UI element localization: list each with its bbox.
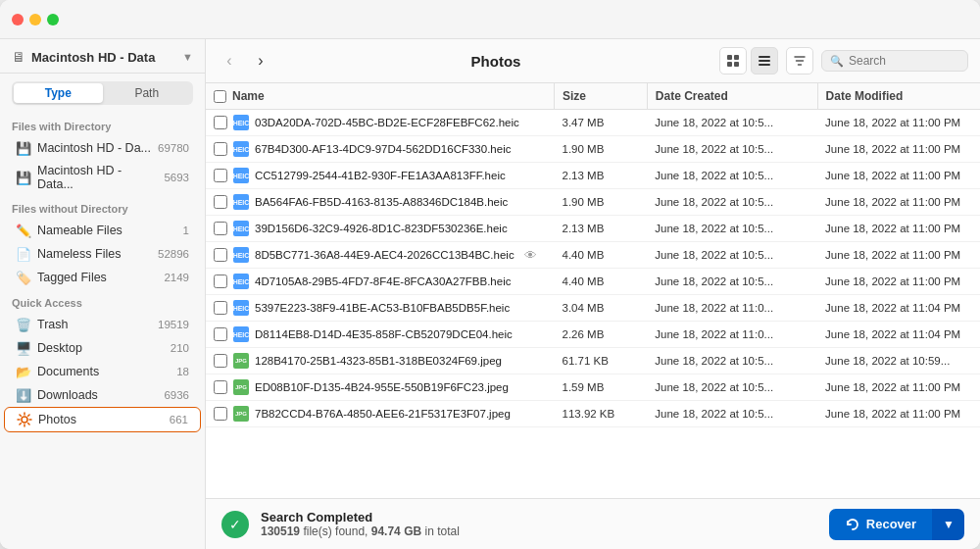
trash-icon: 🗑️ (16, 317, 31, 332)
path-toggle-button[interactable]: Path (103, 83, 192, 103)
file-checkbox[interactable] (214, 248, 227, 262)
drive-icon: 💾 (16, 140, 31, 156)
file-checkbox[interactable] (214, 327, 227, 341)
file-row-name: JPG 7B82CCD4-B76A-4850-AEE6-21F5317E3F07… (214, 406, 547, 422)
file-name: 67B4D300-AF13-4DC9-97D4-562DD16CF330.hei… (255, 143, 511, 155)
recover-dropdown-button[interactable]: ▼ (932, 509, 964, 540)
table-row: HEIC 8D5BC771-36A8-44E9-AEC4-2026CC13B4B… (206, 242, 980, 269)
sidebar-item-tagged[interactable]: 🏷️ Tagged Files 2149 (4, 266, 201, 289)
table-row: JPG 7B82CCD4-B76A-4850-AEE6-21F5317E3F07… (206, 401, 980, 427)
maximize-button[interactable] (47, 14, 59, 25)
file-created: June 18, 2022 at 11:0... (647, 295, 817, 322)
file-modified: June 18, 2022 at 11:00 PM (817, 269, 980, 295)
heic-icon: HEIC (233, 300, 249, 316)
sidebar-item-documents[interactable]: 📂 Documents 18 (4, 360, 201, 383)
sidebar-header[interactable]: 🖥 Macintosh HD - Data ▼ (0, 39, 205, 74)
file-checkbox[interactable] (214, 301, 227, 315)
filter-icon (793, 54, 807, 68)
file-checkbox[interactable] (214, 274, 227, 288)
title-bar (0, 0, 980, 39)
file-name: 39D156D6-32C9-4926-8D1C-823DF530236E.hei… (255, 223, 508, 234)
file-size: 1.59 MB (555, 374, 648, 401)
sidebar-item-desktop[interactable]: 🖥️ Desktop 210 (4, 336, 201, 360)
file-checkbox[interactable] (214, 354, 227, 368)
file-modified: June 18, 2022 at 11:00 PM (817, 401, 980, 427)
heic-icon: HEIC (233, 221, 249, 236)
file-checkbox[interactable] (214, 142, 227, 156)
desktop-icon: 🖥️ (16, 340, 31, 356)
file-size: 3.04 MB (555, 295, 648, 322)
file-name: 8D5BC771-36A8-44E9-AEC4-2026CC13B4BC.hei… (255, 249, 514, 261)
file-created: June 18, 2022 at 10:5... (647, 216, 817, 242)
file-row-name: HEIC 8D5BC771-36A8-44E9-AEC4-2026CC13B4B… (214, 247, 547, 263)
heic-icon: HEIC (233, 115, 249, 130)
table-row: HEIC 5397E223-38F9-41BE-AC53-B10FBAB5DB5… (206, 295, 980, 322)
grid-view-button[interactable] (719, 47, 747, 75)
file-created: June 18, 2022 at 11:0... (647, 322, 817, 348)
file-checkbox[interactable] (214, 222, 227, 235)
search-complete-subtitle: 130519 file(s) found, 94.74 GB in total (261, 524, 817, 538)
search-box[interactable]: 🔍 (821, 50, 968, 72)
file-created: June 18, 2022 at 10:5... (647, 374, 817, 401)
content-title: Photos (280, 53, 711, 70)
sidebar-item-nameable[interactable]: ✏️ Nameable Files 1 (4, 219, 201, 242)
svg-line-5 (20, 415, 21, 416)
type-path-toggle: Type Path (12, 81, 193, 105)
file-row-name: HEIC 03DA20DA-702D-45BC-BD2E-ECF28FEBFC6… (214, 115, 547, 130)
traffic-lights (12, 14, 59, 25)
sidebar-item-nameless[interactable]: 📄 Nameless Files 52896 (4, 242, 201, 266)
file-name: D8114EB8-D14D-4E35-858F-CB52079DCE04.hei… (255, 328, 513, 340)
file-checkbox[interactable] (214, 380, 227, 394)
file-name: CC512799-2544-41B2-930F-FE1A3AA813FF.hei… (255, 170, 506, 181)
file-size: 4.40 MB (555, 269, 648, 295)
sidebar-item-photos[interactable]: Photos 661 (4, 407, 201, 432)
type-toggle-button[interactable]: Type (14, 83, 103, 103)
forward-button[interactable]: › (249, 49, 272, 73)
sidebar-item-downloads[interactable]: ⬇️ Downloads 6936 (4, 383, 201, 407)
file-row-name: HEIC D8114EB8-D14D-4E35-858F-CB52079DCE0… (214, 326, 547, 342)
chevron-down-icon: ▼ (182, 51, 193, 63)
view-toggle (719, 47, 778, 75)
sidebar-item-macos-1[interactable]: 💾 Macintosh HD - Da... 69780 (4, 136, 201, 160)
jpeg-icon: JPG (233, 379, 249, 395)
file-name: 03DA20DA-702D-45BC-BD2E-ECF28FEBFC62.hei… (255, 117, 519, 128)
file-size: 2.13 MB (555, 216, 648, 242)
filter-button[interactable] (786, 47, 813, 75)
recover-button[interactable]: Recover (829, 509, 932, 540)
heic-icon: HEIC (233, 326, 249, 342)
file-size: 1.90 MB (555, 189, 648, 216)
jpeg-icon: JPG (233, 406, 249, 422)
list-view-button[interactable] (751, 47, 778, 75)
file-checkbox[interactable] (214, 407, 227, 421)
section-files-with-dir: Files with Directory (0, 113, 205, 136)
file-created: June 18, 2022 at 10:5... (647, 269, 817, 295)
bottom-bar: ✓ Search Completed 130519 file(s) found,… (206, 498, 980, 549)
photos-icon (17, 412, 32, 427)
close-button[interactable] (12, 14, 24, 25)
file-modified: June 18, 2022 at 11:00 PM (817, 189, 980, 216)
svg-line-8 (20, 424, 21, 424)
jpeg-icon: JPG (233, 353, 249, 369)
file-created: June 18, 2022 at 10:5... (647, 110, 817, 136)
edit-icon: ✏️ (16, 223, 31, 238)
file-size: 1.90 MB (555, 136, 648, 163)
sidebar-item-trash[interactable]: 🗑️ Trash 19519 (4, 313, 201, 336)
file-name: ED08B10F-D135-4B24-955E-550B19F6FC23.jpe… (255, 381, 509, 393)
sidebar-item-macos-2[interactable]: 💾 Macintosh HD - Data... 5693 (4, 160, 201, 195)
file-name: BA564FA6-FB5D-4163-8135-A88346DC184B.hei… (255, 196, 508, 208)
table-row: JPG ED08B10F-D135-4B24-955E-550B19F6FC23… (206, 374, 980, 401)
file-checkbox[interactable] (214, 169, 227, 182)
file-checkbox[interactable] (214, 195, 227, 209)
select-all-checkbox[interactable] (214, 90, 226, 103)
file-modified: June 18, 2022 at 11:00 PM (817, 110, 980, 136)
heic-icon: HEIC (233, 168, 249, 183)
file-row-name: HEIC 67B4D300-AF13-4DC9-97D4-562DD16CF33… (214, 141, 547, 157)
svg-rect-12 (734, 62, 739, 67)
minimize-button[interactable] (29, 14, 41, 25)
file-table-container: Name Size Date Created Date Modified HEI… (206, 83, 980, 498)
file-checkbox[interactable] (214, 116, 227, 129)
preview-icon: 👁 (524, 248, 537, 263)
back-button[interactable]: ‹ (218, 49, 241, 73)
list-icon (758, 54, 771, 68)
search-input[interactable] (849, 54, 959, 68)
